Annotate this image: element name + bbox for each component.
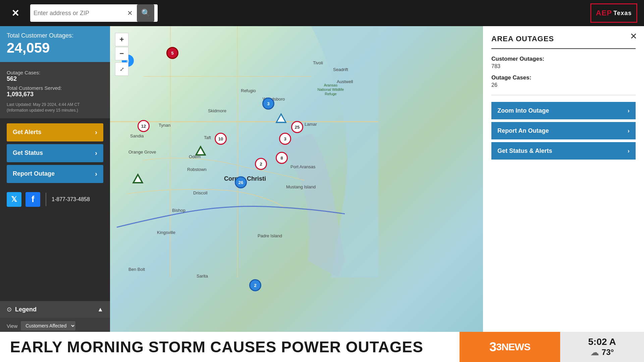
get-alerts-button[interactable]: Get Alerts › — [7, 123, 103, 141]
chevron-right-icon: › — [628, 107, 630, 114]
chevron-right-icon: › — [95, 170, 97, 178]
view-row: View Customers Affected Outage Cases — [0, 318, 110, 334]
zoom-into-outage-label: Zoom Into Outage — [497, 107, 549, 114]
map-pin-10[interactable]: 10 — [215, 133, 227, 145]
outage-summary: Total Customer Outages: 24,059 — [0, 26, 110, 62]
map-pin-green-tri1[interactable] — [195, 145, 207, 157]
map-pin-12[interactable]: 12 — [138, 120, 150, 132]
zoom-into-outage-button[interactable]: Zoom Into Outage › — [491, 102, 636, 119]
customer-outages-value: 783 — [491, 63, 636, 69]
city-bishop: Bishop — [172, 208, 185, 213]
logo-texas: Texas — [613, 10, 632, 17]
close-button[interactable]: ✕ — [7, 5, 23, 21]
total-outages-number: 24,059 — [7, 40, 103, 56]
legend-icon: ⊙ — [7, 306, 12, 313]
news-weather: ☁ 73° — [590, 347, 614, 358]
search-button[interactable]: 🔍 — [137, 4, 154, 22]
city-ben-bolt: Ben Bolt — [128, 267, 145, 272]
map-pin-8b[interactable]: 8 — [276, 152, 288, 164]
city-robstown: Robstown — [187, 167, 207, 172]
map-zoom-controls: + − ⤢ — [115, 33, 128, 76]
map-pin-3b[interactable]: 3 — [279, 133, 291, 145]
facebook-button[interactable]: f — [25, 192, 40, 207]
city-taft: Taft — [204, 135, 211, 140]
get-status-label: Get Status — [13, 149, 43, 157]
chevron-right-icon: › — [628, 127, 630, 134]
legend-title: Legend — [15, 306, 37, 313]
map-pin-triangle1[interactable] — [275, 113, 287, 125]
city-tivoli: Tivoli — [313, 60, 323, 65]
last-updated: Last Updated: May 29 2024, 4:44 AM CT (I… — [7, 102, 103, 113]
divider — [46, 193, 46, 206]
city-sandia: Sandia — [130, 133, 144, 138]
city-kingsville: Kingsville — [157, 230, 175, 235]
get-status-button[interactable]: Get Status › — [7, 144, 103, 162]
city-lamar: Lamar — [305, 122, 317, 127]
news-logo-text: 3NEWS — [496, 341, 530, 353]
news-text-area: EARLY MORNING STORM CAUSES POWER OUTAGES — [0, 332, 460, 362]
outage-cases-value: 26 — [491, 82, 636, 88]
fullscreen-button[interactable]: ⤢ — [115, 62, 128, 76]
map-pin-2b[interactable]: 2 — [249, 279, 261, 291]
city-port-aransas: Port Aransas — [290, 164, 315, 169]
search-input[interactable] — [34, 10, 125, 17]
close-icon: ✕ — [11, 8, 19, 19]
total-customers-value: 1,093,673 — [7, 91, 103, 98]
view-dropdown[interactable]: Customers Affected Outage Cases — [21, 321, 75, 330]
weather-icon: ☁ — [590, 347, 599, 358]
city-mustang-island: Mustang Island — [286, 184, 316, 189]
chevron-right-icon: › — [95, 149, 97, 157]
get-status-alerts-label: Get Status & Alerts — [497, 147, 552, 155]
map-pin-5[interactable]: 5 — [166, 47, 178, 59]
map-pin-green-tri2[interactable] — [132, 173, 144, 185]
total-customers-label: Total Customers Served: — [7, 85, 103, 91]
news-time: 5:02 A — [588, 337, 616, 347]
city-seadrift: Seadrift — [333, 67, 348, 72]
news-time-weather: 5:02 A ☁ 73° — [560, 332, 644, 362]
phone-number: 1-877-373-4858 — [52, 196, 90, 202]
twitter-button[interactable]: 𝕏 — [7, 192, 21, 207]
panel-title-divider — [491, 48, 636, 49]
map-canvas[interactable]: + − ⤢ Corpus Christi Taft Robstown Sandi… — [110, 26, 483, 362]
total-outages-label: Total Customer Outages: — [7, 32, 103, 39]
chevron-right-icon: › — [95, 128, 97, 136]
map-pin-25[interactable]: 25 — [291, 121, 303, 133]
clear-button[interactable]: ✕ — [125, 8, 135, 18]
report-an-outage-button[interactable]: Report An Outage › — [491, 122, 636, 139]
news-ticker: EARLY MORNING STORM CAUSES POWER OUTAGES… — [0, 332, 644, 362]
news-logo: 3 3NEWS — [489, 340, 530, 354]
map-pin-2[interactable]: 2 — [255, 158, 267, 170]
view-label: View — [7, 323, 17, 329]
map-pin-3a[interactable]: 3 — [262, 98, 274, 110]
map-pin-26[interactable]: 26 — [235, 176, 247, 188]
city-driscoll: Driscoll — [193, 190, 208, 195]
get-alerts-label: Get Alerts — [13, 129, 41, 136]
city-padre-island: Padre Island — [258, 233, 282, 238]
report-outage-button[interactable]: Report Outage › — [7, 165, 103, 183]
get-status-alerts-button[interactable]: Get Status & Alerts › — [491, 142, 636, 160]
legend-header[interactable]: ⊙ Legend ▲ — [0, 301, 110, 318]
city-tynan: Tynan — [159, 123, 170, 128]
city-orange-grove: Orange Grove — [128, 149, 156, 155]
social-phone-section: 𝕏 f 1-877-373-4858 — [0, 188, 110, 211]
news-logo-number: 3 — [489, 340, 496, 354]
right-panel: ✕ AREA OUTAGES Customer Outages: 783 Out… — [483, 26, 644, 332]
sidebar: Total Customer Outages: 24,059 Outage Ca… — [0, 26, 110, 362]
panel-close-button[interactable]: ✕ — [630, 31, 637, 42]
stats-section: Outage Cases: 562 Total Customers Served… — [0, 62, 110, 118]
map-container[interactable]: + − ⤢ Corpus Christi Taft Robstown Sandi… — [110, 26, 483, 362]
map-roads — [110, 26, 483, 362]
clear-icon: ✕ — [127, 9, 133, 17]
chevron-right-icon: › — [628, 147, 630, 155]
zoom-in-button[interactable]: + — [115, 33, 128, 46]
zoom-out-button[interactable]: − — [115, 47, 128, 60]
national-wildlife-refuge-label: Aransas National Wildlife Refuge — [317, 83, 344, 97]
panel-divider — [491, 95, 636, 95]
customer-outages-label: Customer Outages: — [491, 56, 636, 62]
outage-cases-label: Outage Cases: — [7, 70, 103, 75]
news-headline: EARLY MORNING STORM CAUSES POWER OUTAGES — [10, 338, 423, 356]
action-buttons: Get Alerts › Get Status › Report Outage … — [0, 118, 110, 188]
logo-aep: AEP — [596, 9, 612, 17]
search-bar: ✕ 🔍 — [30, 4, 158, 22]
header-bar: ✕ ✕ 🔍 AEP Texas — [0, 0, 644, 26]
